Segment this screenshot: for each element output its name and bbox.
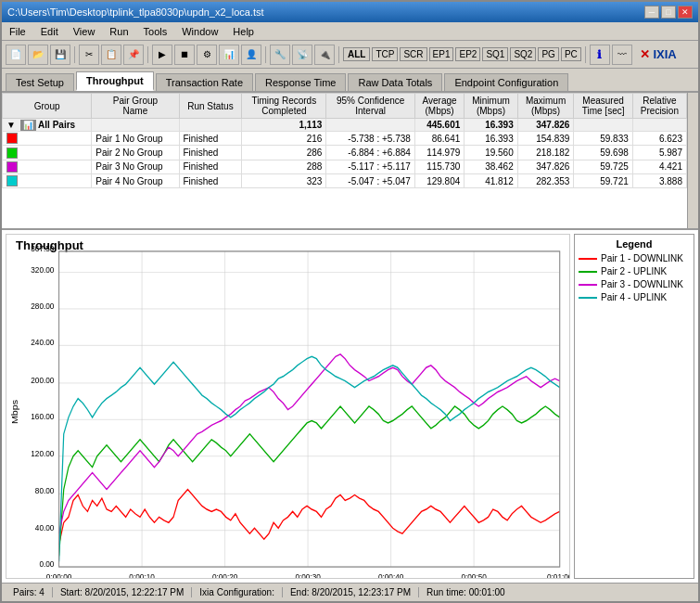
pg-button[interactable]: PG — [538, 47, 558, 61]
table-scrollbar[interactable] — [687, 93, 698, 228]
row-ci: -5.047 : +5.047 — [326, 174, 414, 188]
all-pairs-icon: 📊 — [20, 120, 36, 131]
toolbar-cut[interactable]: ✂ — [79, 45, 99, 65]
toolbar-sep4 — [338, 46, 339, 63]
menu-help[interactable]: Help — [229, 25, 258, 38]
svg-text:0.00: 0.00 — [39, 558, 54, 569]
legend-item-4: Pair 4 - UPLINK — [579, 292, 690, 302]
row-precision: 4.421 — [632, 160, 686, 173]
all-pairs-maximum: 347.826 — [517, 119, 574, 132]
row-maximum: 282.353 — [517, 174, 574, 188]
toolbar: 📄 📂 💾 ✂ 📋 📌 ▶ ⏹ ⚙ 📊 👤 🔧 📡 🔌 ALL TCP SCR … — [2, 41, 698, 69]
menu-tools[interactable]: Tools — [140, 25, 172, 38]
all-pairs-minimum: 16.393 — [465, 119, 517, 132]
svg-text:0:00:50: 0:00:50 — [461, 572, 486, 578]
tab-endpoint-config[interactable]: Endpoint Configuration — [444, 73, 568, 91]
menu-bar: File Edit View Run Tools Window Help — [2, 22, 698, 41]
row-group — [3, 132, 92, 146]
sq1-button[interactable]: SQ1 — [482, 47, 508, 61]
tab-throughput[interactable]: Throughput — [76, 71, 154, 91]
toolbar-extra3[interactable]: 🔌 — [314, 45, 335, 65]
toolbar-copy[interactable]: 📋 — [101, 45, 121, 65]
toolbar-run[interactable]: ▶ — [152, 45, 172, 65]
menu-window[interactable]: Window — [178, 25, 222, 38]
toolbar-info[interactable]: ℹ — [590, 45, 610, 65]
scr-button[interactable]: SCR — [400, 47, 426, 61]
chart-area: Throughput 0.00 40.00 80.00 120.00 160.0… — [6, 234, 570, 579]
svg-text:200.00: 200.00 — [31, 375, 54, 385]
all-button[interactable]: ALL — [343, 47, 370, 61]
status-runtime: Run time: 00:01:00 — [419, 587, 513, 597]
svg-text:0:01:00: 0:01:00 — [547, 572, 569, 578]
row-pair-name: Pair 2 No Group — [92, 146, 179, 160]
menu-edit[interactable]: Edit — [37, 25, 62, 38]
pair1-line — [59, 490, 560, 545]
status-end: End: 8/20/2015, 12:23:17 PM — [283, 587, 419, 597]
maximize-button[interactable]: □ — [661, 6, 676, 19]
row-timing: 216 — [242, 132, 326, 146]
toolbar-stop[interactable]: ⏹ — [174, 45, 195, 65]
row-average: 86.641 — [414, 132, 464, 146]
ixia-logo: ✕ IXIA — [640, 47, 677, 61]
row-status: Finished — [179, 174, 242, 188]
row-ci: -5.117 : +5.117 — [326, 160, 414, 173]
menu-file[interactable]: File — [6, 25, 30, 38]
row-pair-name: Pair 1 No Group — [92, 132, 179, 146]
expand-icon[interactable]: ▼ — [6, 120, 16, 130]
tab-response-time[interactable]: Response Time — [255, 73, 346, 91]
row-maximum: 154.839 — [517, 132, 574, 146]
row-average: 115.730 — [414, 160, 464, 173]
row-pair-name: Pair 4 No Group — [92, 174, 179, 188]
toolbar-chart[interactable]: 📊 — [219, 45, 239, 65]
row-group — [3, 146, 92, 160]
row-minimum: 19.560 — [465, 146, 517, 160]
legend-item-3: Pair 3 - DOWNLINK — [579, 279, 690, 289]
col-relative-precision: RelativePrecision — [632, 94, 686, 119]
row-measured-time: 59.698 — [574, 146, 632, 160]
status-start: Start: 8/20/2015, 12:22:17 PM — [53, 587, 192, 597]
svg-text:240.00: 240.00 — [31, 338, 54, 348]
data-table-scroll[interactable]: Group Pair GroupName Run Status Timing R… — [2, 93, 687, 223]
status-ixia-config: Ixia Configuration: — [192, 587, 283, 597]
toolbar-new[interactable]: 📄 — [6, 45, 26, 65]
toolbar-wave[interactable]: 〰 — [612, 45, 632, 65]
legend-color-1 — [579, 258, 597, 260]
close-button[interactable]: ✕ — [678, 6, 693, 19]
all-pairs-label: All Pairs — [38, 120, 75, 130]
all-pairs-group: ▼ 📊 All Pairs — [3, 119, 92, 132]
toolbar-settings[interactable]: ⚙ — [197, 45, 217, 65]
ep1-button[interactable]: EP1 — [429, 47, 454, 61]
all-pairs-ci — [326, 119, 414, 132]
tab-test-setup[interactable]: Test Setup — [6, 73, 74, 91]
toolbar-paste[interactable]: 📌 — [123, 45, 144, 65]
row-ci: -6.884 : +6.884 — [326, 146, 414, 160]
legend-label-3: Pair 3 - DOWNLINK — [601, 279, 683, 289]
ep2-button[interactable]: EP2 — [455, 47, 480, 61]
toolbar-sep5 — [585, 46, 586, 63]
row-group — [3, 160, 92, 173]
menu-run[interactable]: Run — [106, 25, 132, 38]
row-minimum: 16.393 — [465, 132, 517, 146]
row-timing: 323 — [242, 174, 326, 188]
toolbar-sep1 — [74, 46, 75, 63]
row-status: Finished — [179, 160, 242, 173]
title-bar: C:\Users\Tim\Desktop\tplink_tlpa8030p\up… — [2, 2, 698, 22]
tab-transaction-rate[interactable]: Transaction Rate — [156, 73, 253, 91]
row-maximum: 347.826 — [517, 160, 574, 173]
svg-text:80.00: 80.00 — [35, 486, 55, 496]
tcp-button[interactable]: TCP — [372, 47, 398, 61]
pair3-line — [59, 354, 560, 533]
toolbar-sep2 — [147, 46, 148, 63]
toolbar-extra1[interactable]: 🔧 — [270, 45, 290, 65]
toolbar-extra2[interactable]: 📡 — [292, 45, 312, 65]
pc-button[interactable]: PC — [561, 47, 581, 61]
legend-box: Legend Pair 1 - DOWNLINK Pair 2 - UPLINK… — [574, 234, 694, 579]
toolbar-open[interactable]: 📂 — [28, 45, 48, 65]
toolbar-person[interactable]: 👤 — [241, 45, 261, 65]
menu-view[interactable]: View — [70, 25, 99, 38]
toolbar-save[interactable]: 💾 — [50, 45, 70, 65]
sq2-button[interactable]: SQ2 — [510, 47, 536, 61]
tab-raw-data-totals[interactable]: Raw Data Totals — [348, 73, 442, 91]
minimize-button[interactable]: ─ — [644, 6, 659, 19]
row-status: Finished — [179, 132, 242, 146]
